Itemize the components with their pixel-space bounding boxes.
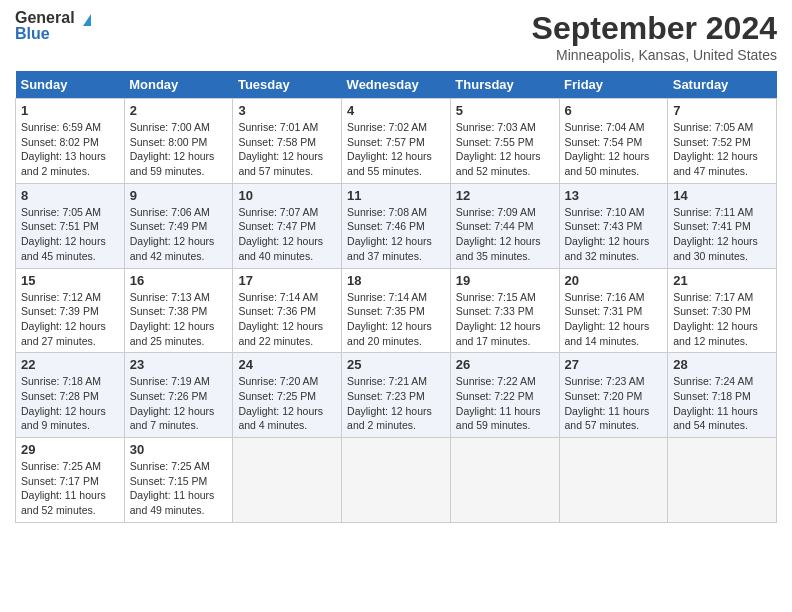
day-number: 20 [565, 273, 663, 288]
table-row: 19Sunrise: 7:15 AMSunset: 7:33 PMDayligh… [450, 268, 559, 353]
title-block: September 2024 Minneapolis, Kansas, Unit… [532, 10, 777, 63]
table-row: 14Sunrise: 7:11 AMSunset: 7:41 PMDayligh… [668, 183, 777, 268]
day-number: 1 [21, 103, 119, 118]
table-row: 11Sunrise: 7:08 AMSunset: 7:46 PMDayligh… [342, 183, 451, 268]
table-row: 5Sunrise: 7:03 AMSunset: 7:55 PMDaylight… [450, 99, 559, 184]
day-info: Sunrise: 7:17 AMSunset: 7:30 PMDaylight:… [673, 290, 771, 349]
table-row: 9Sunrise: 7:06 AMSunset: 7:49 PMDaylight… [124, 183, 233, 268]
day-info: Sunrise: 7:06 AMSunset: 7:49 PMDaylight:… [130, 205, 228, 264]
day-number: 21 [673, 273, 771, 288]
day-info: Sunrise: 7:03 AMSunset: 7:55 PMDaylight:… [456, 120, 554, 179]
calendar-table: Sunday Monday Tuesday Wednesday Thursday… [15, 71, 777, 523]
table-row: 27Sunrise: 7:23 AMSunset: 7:20 PMDayligh… [559, 353, 668, 438]
day-number: 17 [238, 273, 336, 288]
day-info: Sunrise: 7:20 AMSunset: 7:25 PMDaylight:… [238, 374, 336, 433]
day-info: Sunrise: 6:59 AMSunset: 8:02 PMDaylight:… [21, 120, 119, 179]
day-info: Sunrise: 7:13 AMSunset: 7:38 PMDaylight:… [130, 290, 228, 349]
day-info: Sunrise: 7:11 AMSunset: 7:41 PMDaylight:… [673, 205, 771, 264]
day-number: 23 [130, 357, 228, 372]
table-row: 12Sunrise: 7:09 AMSunset: 7:44 PMDayligh… [450, 183, 559, 268]
day-info: Sunrise: 7:12 AMSunset: 7:39 PMDaylight:… [21, 290, 119, 349]
day-number: 8 [21, 188, 119, 203]
day-number: 18 [347, 273, 445, 288]
day-info: Sunrise: 7:16 AMSunset: 7:31 PMDaylight:… [565, 290, 663, 349]
table-row: 21Sunrise: 7:17 AMSunset: 7:30 PMDayligh… [668, 268, 777, 353]
day-info: Sunrise: 7:23 AMSunset: 7:20 PMDaylight:… [565, 374, 663, 433]
day-info: Sunrise: 7:14 AMSunset: 7:35 PMDaylight:… [347, 290, 445, 349]
page-header: General Blue September 2024 Minneapolis,… [15, 10, 777, 63]
day-info: Sunrise: 7:08 AMSunset: 7:46 PMDaylight:… [347, 205, 445, 264]
table-row: 22Sunrise: 7:18 AMSunset: 7:28 PMDayligh… [16, 353, 125, 438]
day-number: 15 [21, 273, 119, 288]
day-info: Sunrise: 7:10 AMSunset: 7:43 PMDaylight:… [565, 205, 663, 264]
table-row [233, 438, 342, 523]
table-row: 25Sunrise: 7:21 AMSunset: 7:23 PMDayligh… [342, 353, 451, 438]
day-info: Sunrise: 7:15 AMSunset: 7:33 PMDaylight:… [456, 290, 554, 349]
calendar-body: 1Sunrise: 6:59 AMSunset: 8:02 PMDaylight… [16, 99, 777, 523]
day-number: 22 [21, 357, 119, 372]
day-info: Sunrise: 7:05 AMSunset: 7:52 PMDaylight:… [673, 120, 771, 179]
day-number: 26 [456, 357, 554, 372]
table-row: 26Sunrise: 7:22 AMSunset: 7:22 PMDayligh… [450, 353, 559, 438]
table-row: 4Sunrise: 7:02 AMSunset: 7:57 PMDaylight… [342, 99, 451, 184]
location-subtitle: Minneapolis, Kansas, United States [532, 47, 777, 63]
day-info: Sunrise: 7:07 AMSunset: 7:47 PMDaylight:… [238, 205, 336, 264]
col-tuesday: Tuesday [233, 71, 342, 99]
day-number: 11 [347, 188, 445, 203]
day-number: 24 [238, 357, 336, 372]
day-info: Sunrise: 7:02 AMSunset: 7:57 PMDaylight:… [347, 120, 445, 179]
table-row: 13Sunrise: 7:10 AMSunset: 7:43 PMDayligh… [559, 183, 668, 268]
table-row [559, 438, 668, 523]
col-thursday: Thursday [450, 71, 559, 99]
col-monday: Monday [124, 71, 233, 99]
table-row: 1Sunrise: 6:59 AMSunset: 8:02 PMDaylight… [16, 99, 125, 184]
table-row: 15Sunrise: 7:12 AMSunset: 7:39 PMDayligh… [16, 268, 125, 353]
col-wednesday: Wednesday [342, 71, 451, 99]
table-row: 8Sunrise: 7:05 AMSunset: 7:51 PMDaylight… [16, 183, 125, 268]
col-sunday: Sunday [16, 71, 125, 99]
day-info: Sunrise: 7:19 AMSunset: 7:26 PMDaylight:… [130, 374, 228, 433]
day-number: 30 [130, 442, 228, 457]
table-row: 3Sunrise: 7:01 AMSunset: 7:58 PMDaylight… [233, 99, 342, 184]
table-row: 18Sunrise: 7:14 AMSunset: 7:35 PMDayligh… [342, 268, 451, 353]
day-number: 7 [673, 103, 771, 118]
table-row: 23Sunrise: 7:19 AMSunset: 7:26 PMDayligh… [124, 353, 233, 438]
day-number: 2 [130, 103, 228, 118]
day-info: Sunrise: 7:24 AMSunset: 7:18 PMDaylight:… [673, 374, 771, 433]
day-number: 12 [456, 188, 554, 203]
day-number: 10 [238, 188, 336, 203]
day-number: 28 [673, 357, 771, 372]
table-row [342, 438, 451, 523]
table-row: 2Sunrise: 7:00 AMSunset: 8:00 PMDaylight… [124, 99, 233, 184]
day-number: 19 [456, 273, 554, 288]
day-info: Sunrise: 7:09 AMSunset: 7:44 PMDaylight:… [456, 205, 554, 264]
logo: General Blue [15, 10, 75, 42]
table-row: 20Sunrise: 7:16 AMSunset: 7:31 PMDayligh… [559, 268, 668, 353]
day-number: 3 [238, 103, 336, 118]
day-info: Sunrise: 7:14 AMSunset: 7:36 PMDaylight:… [238, 290, 336, 349]
table-row: 7Sunrise: 7:05 AMSunset: 7:52 PMDaylight… [668, 99, 777, 184]
day-info: Sunrise: 7:25 AMSunset: 7:17 PMDaylight:… [21, 459, 119, 518]
day-info: Sunrise: 7:04 AMSunset: 7:54 PMDaylight:… [565, 120, 663, 179]
day-number: 29 [21, 442, 119, 457]
table-row [668, 438, 777, 523]
day-info: Sunrise: 7:05 AMSunset: 7:51 PMDaylight:… [21, 205, 119, 264]
day-info: Sunrise: 7:00 AMSunset: 8:00 PMDaylight:… [130, 120, 228, 179]
table-row: 17Sunrise: 7:14 AMSunset: 7:36 PMDayligh… [233, 268, 342, 353]
day-number: 4 [347, 103, 445, 118]
table-row: 29Sunrise: 7:25 AMSunset: 7:17 PMDayligh… [16, 438, 125, 523]
day-info: Sunrise: 7:22 AMSunset: 7:22 PMDaylight:… [456, 374, 554, 433]
logo-general-text: General [15, 10, 75, 26]
col-friday: Friday [559, 71, 668, 99]
day-number: 27 [565, 357, 663, 372]
day-number: 13 [565, 188, 663, 203]
table-row [450, 438, 559, 523]
logo-arrow-icon [83, 14, 91, 26]
day-info: Sunrise: 7:01 AMSunset: 7:58 PMDaylight:… [238, 120, 336, 179]
day-info: Sunrise: 7:18 AMSunset: 7:28 PMDaylight:… [21, 374, 119, 433]
table-row: 24Sunrise: 7:20 AMSunset: 7:25 PMDayligh… [233, 353, 342, 438]
day-number: 5 [456, 103, 554, 118]
day-number: 9 [130, 188, 228, 203]
table-row: 10Sunrise: 7:07 AMSunset: 7:47 PMDayligh… [233, 183, 342, 268]
logo-blue-text: Blue [15, 26, 75, 42]
